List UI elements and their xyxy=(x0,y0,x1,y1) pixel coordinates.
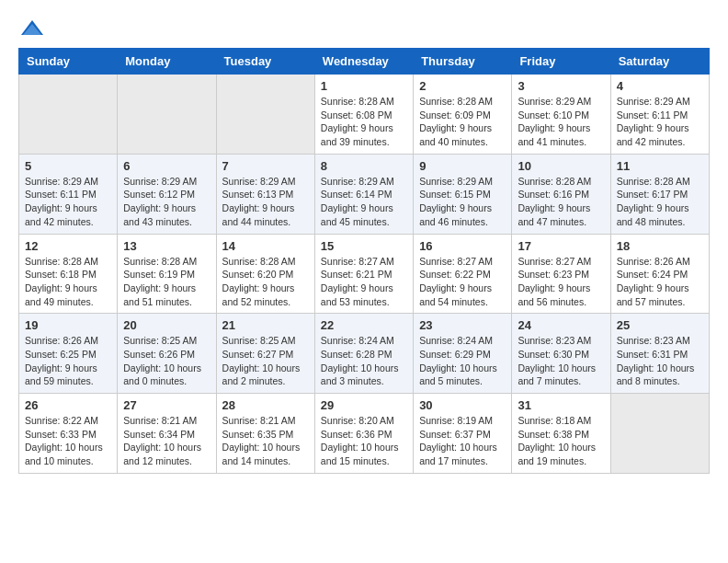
day-info: Sunrise: 8:22 AMSunset: 6:33 PMDaylight:… xyxy=(25,414,111,468)
calendar-cell: 20Sunrise: 8:25 AMSunset: 6:26 PMDayligh… xyxy=(118,314,216,394)
day-info: Sunrise: 8:28 AMSunset: 6:09 PMDaylight:… xyxy=(419,95,506,149)
page-header xyxy=(18,18,710,33)
calendar-cell: 22Sunrise: 8:24 AMSunset: 6:28 PMDayligh… xyxy=(314,314,413,394)
logo-icon xyxy=(19,18,45,39)
logo xyxy=(18,18,46,33)
day-number: 30 xyxy=(419,398,506,412)
calendar-cell: 10Sunrise: 8:28 AMSunset: 6:16 PMDayligh… xyxy=(512,154,610,234)
day-info: Sunrise: 8:23 AMSunset: 6:30 PMDaylight:… xyxy=(518,334,604,388)
day-number: 8 xyxy=(321,159,407,173)
day-info: Sunrise: 8:25 AMSunset: 6:27 PMDaylight:… xyxy=(222,334,309,388)
calendar-cell: 23Sunrise: 8:24 AMSunset: 6:29 PMDayligh… xyxy=(414,314,512,394)
day-info: Sunrise: 8:24 AMSunset: 6:29 PMDaylight:… xyxy=(419,334,506,388)
day-info: Sunrise: 8:29 AMSunset: 6:13 PMDaylight:… xyxy=(222,175,309,229)
calendar-cell: 6Sunrise: 8:29 AMSunset: 6:12 PMDaylight… xyxy=(118,154,216,234)
calendar-cell: 17Sunrise: 8:27 AMSunset: 6:23 PMDayligh… xyxy=(512,234,610,314)
calendar-cell: 14Sunrise: 8:28 AMSunset: 6:20 PMDayligh… xyxy=(216,234,314,314)
calendar-cell: 4Sunrise: 8:29 AMSunset: 6:11 PMDaylight… xyxy=(610,75,709,155)
calendar-cell: 19Sunrise: 8:26 AMSunset: 6:25 PMDayligh… xyxy=(19,314,118,394)
calendar-cell: 15Sunrise: 8:27 AMSunset: 6:21 PMDayligh… xyxy=(314,234,413,314)
day-info: Sunrise: 8:25 AMSunset: 6:26 PMDaylight:… xyxy=(123,334,210,388)
day-number: 3 xyxy=(518,79,604,93)
calendar-cell xyxy=(118,75,216,155)
day-info: Sunrise: 8:29 AMSunset: 6:10 PMDaylight:… xyxy=(518,95,604,149)
calendar-cell: 12Sunrise: 8:28 AMSunset: 6:18 PMDayligh… xyxy=(19,234,118,314)
calendar-cell: 8Sunrise: 8:29 AMSunset: 6:14 PMDaylight… xyxy=(314,154,413,234)
day-number: 7 xyxy=(222,159,309,173)
column-header-tuesday: Tuesday xyxy=(216,49,314,75)
day-number: 1 xyxy=(321,79,407,93)
day-info: Sunrise: 8:19 AMSunset: 6:37 PMDaylight:… xyxy=(419,414,506,468)
calendar-cell: 3Sunrise: 8:29 AMSunset: 6:10 PMDaylight… xyxy=(512,75,610,155)
calendar-cell xyxy=(610,394,709,474)
day-number: 14 xyxy=(222,239,309,253)
day-info: Sunrise: 8:21 AMSunset: 6:35 PMDaylight:… xyxy=(222,414,309,468)
day-number: 12 xyxy=(25,239,111,253)
column-header-saturday: Saturday xyxy=(610,49,709,75)
column-header-sunday: Sunday xyxy=(19,49,118,75)
calendar-cell: 28Sunrise: 8:21 AMSunset: 6:35 PMDayligh… xyxy=(216,394,314,474)
day-info: Sunrise: 8:27 AMSunset: 6:21 PMDaylight:… xyxy=(321,255,407,309)
calendar-cell: 31Sunrise: 8:18 AMSunset: 6:38 PMDayligh… xyxy=(512,394,610,474)
calendar-cell xyxy=(19,75,118,155)
day-info: Sunrise: 8:29 AMSunset: 6:12 PMDaylight:… xyxy=(123,175,210,229)
day-info: Sunrise: 8:29 AMSunset: 6:11 PMDaylight:… xyxy=(617,95,703,149)
calendar-cell: 25Sunrise: 8:23 AMSunset: 6:31 PMDayligh… xyxy=(610,314,709,394)
day-number: 29 xyxy=(321,398,407,412)
day-info: Sunrise: 8:28 AMSunset: 6:08 PMDaylight:… xyxy=(321,95,407,149)
day-info: Sunrise: 8:29 AMSunset: 6:11 PMDaylight:… xyxy=(25,175,111,229)
day-number: 9 xyxy=(419,159,506,173)
calendar-cell: 18Sunrise: 8:26 AMSunset: 6:24 PMDayligh… xyxy=(610,234,709,314)
day-number: 23 xyxy=(419,318,506,332)
day-info: Sunrise: 8:21 AMSunset: 6:34 PMDaylight:… xyxy=(123,414,210,468)
day-number: 20 xyxy=(123,318,210,332)
calendar-cell: 21Sunrise: 8:25 AMSunset: 6:27 PMDayligh… xyxy=(216,314,314,394)
day-info: Sunrise: 8:24 AMSunset: 6:28 PMDaylight:… xyxy=(321,334,407,388)
day-number: 31 xyxy=(518,398,604,412)
day-info: Sunrise: 8:26 AMSunset: 6:25 PMDaylight:… xyxy=(25,334,111,388)
day-number: 17 xyxy=(518,239,604,253)
day-number: 5 xyxy=(25,159,111,173)
day-number: 11 xyxy=(617,159,703,173)
day-info: Sunrise: 8:20 AMSunset: 6:36 PMDaylight:… xyxy=(321,414,407,468)
calendar-cell: 24Sunrise: 8:23 AMSunset: 6:30 PMDayligh… xyxy=(512,314,610,394)
day-info: Sunrise: 8:27 AMSunset: 6:22 PMDaylight:… xyxy=(419,255,506,309)
calendar-cell: 30Sunrise: 8:19 AMSunset: 6:37 PMDayligh… xyxy=(414,394,512,474)
day-number: 10 xyxy=(518,159,604,173)
day-number: 13 xyxy=(123,239,210,253)
calendar-cell: 2Sunrise: 8:28 AMSunset: 6:09 PMDaylight… xyxy=(414,75,512,155)
day-info: Sunrise: 8:18 AMSunset: 6:38 PMDaylight:… xyxy=(518,414,604,468)
calendar-cell: 7Sunrise: 8:29 AMSunset: 6:13 PMDaylight… xyxy=(216,154,314,234)
calendar-cell: 9Sunrise: 8:29 AMSunset: 6:15 PMDaylight… xyxy=(414,154,512,234)
column-header-friday: Friday xyxy=(512,49,610,75)
day-info: Sunrise: 8:28 AMSunset: 6:19 PMDaylight:… xyxy=(123,255,210,309)
column-header-thursday: Thursday xyxy=(414,49,512,75)
calendar-cell: 29Sunrise: 8:20 AMSunset: 6:36 PMDayligh… xyxy=(314,394,413,474)
day-number: 26 xyxy=(25,398,111,412)
calendar-cell: 26Sunrise: 8:22 AMSunset: 6:33 PMDayligh… xyxy=(19,394,118,474)
day-info: Sunrise: 8:29 AMSunset: 6:15 PMDaylight:… xyxy=(419,175,506,229)
day-info: Sunrise: 8:27 AMSunset: 6:23 PMDaylight:… xyxy=(518,255,604,309)
day-info: Sunrise: 8:28 AMSunset: 6:18 PMDaylight:… xyxy=(25,255,111,309)
day-info: Sunrise: 8:23 AMSunset: 6:31 PMDaylight:… xyxy=(617,334,703,388)
day-number: 15 xyxy=(321,239,407,253)
calendar-cell: 16Sunrise: 8:27 AMSunset: 6:22 PMDayligh… xyxy=(414,234,512,314)
day-info: Sunrise: 8:28 AMSunset: 6:16 PMDaylight:… xyxy=(518,175,604,229)
column-header-wednesday: Wednesday xyxy=(314,49,413,75)
day-info: Sunrise: 8:26 AMSunset: 6:24 PMDaylight:… xyxy=(617,255,703,309)
day-number: 18 xyxy=(617,239,703,253)
calendar-table: SundayMondayTuesdayWednesdayThursdayFrid… xyxy=(18,48,710,474)
day-number: 16 xyxy=(419,239,506,253)
day-number: 24 xyxy=(518,318,604,332)
day-number: 22 xyxy=(321,318,407,332)
calendar-cell: 11Sunrise: 8:28 AMSunset: 6:17 PMDayligh… xyxy=(610,154,709,234)
day-number: 19 xyxy=(25,318,111,332)
calendar-cell: 5Sunrise: 8:29 AMSunset: 6:11 PMDaylight… xyxy=(19,154,118,234)
column-header-monday: Monday xyxy=(118,49,216,75)
day-number: 6 xyxy=(123,159,210,173)
calendar-cell: 1Sunrise: 8:28 AMSunset: 6:08 PMDaylight… xyxy=(314,75,413,155)
day-number: 4 xyxy=(617,79,703,93)
day-number: 27 xyxy=(123,398,210,412)
day-info: Sunrise: 8:28 AMSunset: 6:20 PMDaylight:… xyxy=(222,255,309,309)
day-number: 2 xyxy=(419,79,506,93)
